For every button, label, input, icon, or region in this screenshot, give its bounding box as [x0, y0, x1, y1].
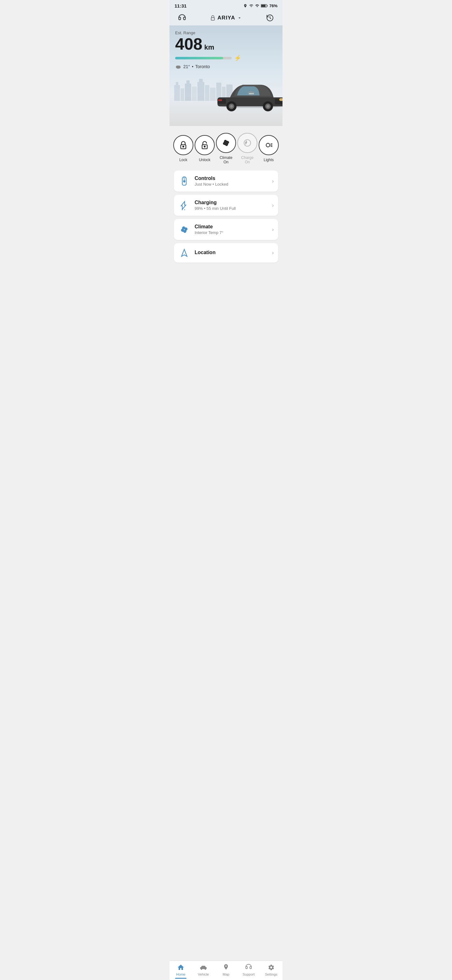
- lights-circle: [259, 135, 279, 155]
- charging-card-icon: [178, 201, 190, 210]
- controls-row: Lock Unlock ClimateOn: [170, 126, 282, 169]
- charge-circle: [237, 133, 257, 153]
- status-time: 11:31: [174, 3, 186, 8]
- cloud-icon: [175, 64, 181, 69]
- svg-rect-31: [218, 99, 222, 101]
- svg-rect-1: [267, 5, 267, 6]
- charging-card-arrow: ›: [272, 203, 274, 208]
- separator: •: [192, 64, 193, 69]
- location-nav-icon: [179, 248, 189, 258]
- charging-card[interactable]: Charging 99% • 55 min Until Full ›: [174, 195, 278, 216]
- svg-point-52: [184, 229, 185, 230]
- vehicle-name: ARIYA: [217, 15, 235, 21]
- svg-rect-10: [185, 84, 191, 101]
- range-bar-container: ⚡: [175, 55, 277, 62]
- svg-point-46: [184, 180, 185, 182]
- svg-rect-2: [261, 5, 266, 7]
- range-bar-fill: [175, 57, 223, 59]
- menu-cards: Controls Just Now • Locked › Charging 99…: [170, 169, 282, 288]
- controls-card-title: Controls: [195, 176, 268, 181]
- weather-info: 21° • Toronto: [175, 64, 277, 69]
- vehicle-selector[interactable]: ARIYA: [210, 15, 242, 21]
- history-icon: [266, 14, 274, 22]
- climate-on-label: ClimateOn: [220, 156, 233, 164]
- location-card-icon: [178, 248, 190, 258]
- car-image: ARIYA: [212, 76, 282, 120]
- charge-on-label: ChargeOn: [241, 156, 253, 164]
- charging-card-title: Charging: [195, 200, 268, 205]
- battery-percent: 76%: [269, 3, 278, 8]
- range-bar: [175, 57, 232, 59]
- location-card-title: Location: [195, 250, 268, 255]
- svg-point-29: [266, 105, 269, 108]
- charging-card-content: Charging 99% • 55 min Until Full: [195, 200, 268, 211]
- unlock-circle: [195, 135, 215, 155]
- location-card-content: Location: [195, 250, 268, 256]
- support-button[interactable]: [175, 14, 189, 22]
- est-range-label: Est. Range: [175, 30, 277, 35]
- temperature: 21°: [183, 64, 190, 69]
- unlock-control-icon: [200, 141, 209, 150]
- climate-circle: [216, 133, 236, 153]
- svg-rect-3: [211, 18, 215, 20]
- header: ARIYA: [170, 10, 282, 25]
- svg-marker-53: [181, 250, 187, 257]
- svg-line-41: [271, 143, 273, 144]
- lock-control-icon: [179, 141, 188, 150]
- remote-icon: [179, 177, 189, 186]
- climate-control[interactable]: ClimateOn: [216, 133, 236, 164]
- lights-control[interactable]: Lights: [259, 135, 279, 162]
- charge-control-icon: [243, 138, 252, 147]
- city: Toronto: [195, 64, 210, 69]
- lock-icon: [210, 15, 216, 21]
- svg-point-6: [178, 66, 180, 68]
- svg-point-35: [183, 146, 184, 147]
- charge-control[interactable]: ChargeOn: [237, 133, 257, 164]
- svg-rect-15: [205, 85, 209, 101]
- battery-icon: [261, 4, 268, 8]
- svg-rect-12: [192, 87, 197, 101]
- svg-rect-11: [186, 80, 190, 84]
- svg-rect-14: [199, 79, 203, 82]
- charging-icon: [179, 201, 189, 210]
- lights-control-icon: [264, 141, 273, 150]
- svg-rect-8: [176, 82, 178, 85]
- svg-rect-9: [181, 88, 184, 101]
- svg-point-37: [204, 146, 205, 147]
- history-button[interactable]: [263, 14, 277, 22]
- climate-card[interactable]: Climate Interior Temp 7° ›: [174, 219, 278, 240]
- controls-card[interactable]: Controls Just Now • Locked ›: [174, 170, 278, 192]
- climate-card-content: Climate Interior Temp 7°: [195, 224, 268, 235]
- controls-card-arrow: ›: [272, 178, 274, 184]
- status-icons: 76%: [243, 3, 278, 8]
- location-card[interactable]: Location ›: [174, 243, 278, 262]
- chevron-down-icon: [237, 15, 242, 21]
- climate-fan-icon: [179, 225, 189, 234]
- lock-circle: [173, 135, 193, 155]
- controls-card-subtitle: Just Now • Locked: [195, 182, 268, 186]
- svg-rect-7: [174, 85, 180, 101]
- fan-control-icon: [222, 138, 230, 147]
- svg-line-43: [271, 146, 273, 147]
- climate-card-icon: [178, 225, 190, 234]
- status-bar: 11:31 76%: [170, 0, 282, 10]
- location-card-arrow: ›: [272, 250, 274, 256]
- climate-card-title: Climate: [195, 224, 268, 230]
- range-unit: km: [205, 43, 214, 51]
- unlock-control[interactable]: Unlock: [195, 135, 215, 162]
- wifi-icon: [249, 4, 254, 8]
- lock-control[interactable]: Lock: [173, 135, 193, 162]
- svg-rect-13: [197, 82, 205, 101]
- location-status-icon: [243, 4, 247, 8]
- signal-icon: [255, 4, 259, 8]
- unlock-label: Unlock: [199, 158, 211, 162]
- climate-card-arrow: ›: [272, 227, 274, 232]
- svg-point-40: [266, 143, 270, 147]
- svg-text:ARIYA: ARIYA: [249, 93, 254, 95]
- climate-card-subtitle: Interior Temp 7°: [195, 230, 268, 235]
- svg-point-38: [225, 142, 227, 144]
- controls-card-icon: [178, 177, 190, 186]
- headphones-icon: [178, 14, 186, 22]
- lights-label: Lights: [264, 158, 274, 162]
- charge-bolt-icon: ⚡: [234, 55, 241, 62]
